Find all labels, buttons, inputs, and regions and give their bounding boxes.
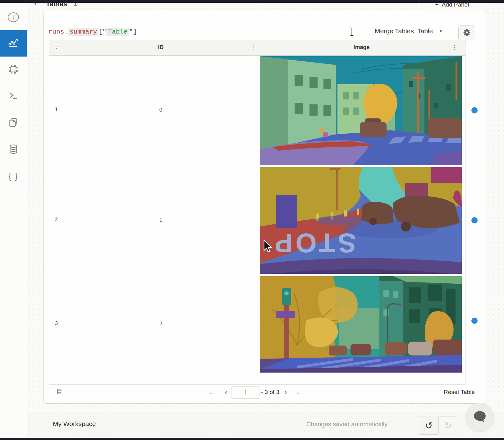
cell-segmentation-image[interactable]: [260, 276, 462, 373]
cell-segmentation-image[interactable]: STOP: [260, 167, 462, 274]
database-icon: [8, 144, 19, 156]
column-divider: [258, 40, 258, 384]
section-title: Tables: [46, 3, 67, 8]
row-height-icon: [57, 388, 62, 396]
run-color-dot: [471, 318, 478, 324]
query-key-token: Table: [106, 28, 129, 36]
row-height-button[interactable]: [55, 387, 64, 397]
column-divider: [64, 40, 64, 384]
query-runs-token: runs.: [48, 28, 68, 35]
query-quote-open: ": [103, 28, 107, 35]
wandb-workspace: ▾ Tables 1 + Add Panel i: [0, 0, 504, 440]
info-icon: i: [8, 12, 19, 22]
pagination-first-button[interactable]: ←: [208, 388, 217, 396]
column-menu-id[interactable]: ⋮: [250, 40, 258, 55]
redo-button[interactable]: ↻: [439, 416, 457, 434]
merge-tables-label: Merge Tables: Table: [375, 27, 433, 35]
panel-query-expression: runs. summary [ " Table " ]: [48, 27, 137, 37]
kebab-icon: ⋮: [452, 45, 458, 50]
undo-button[interactable]: ↺: [419, 416, 439, 435]
query-quote-close: ": [129, 28, 133, 35]
add-panel-button[interactable]: + Add Panel: [418, 3, 486, 9]
cell-id: 1: [64, 217, 258, 223]
column-menu-image[interactable]: ⋮: [451, 40, 459, 55]
chevron-down-icon: ▾: [440, 29, 442, 34]
sidebar-item-logs[interactable]: [0, 83, 27, 109]
filter-icon: [53, 44, 60, 51]
workspace-title[interactable]: My Workspace: [53, 420, 96, 428]
sidebar-item-panels[interactable]: [0, 30, 27, 57]
query-bracket-close: ]: [133, 28, 137, 35]
cell-segmentation-image[interactable]: [260, 56, 462, 165]
caret-down-icon[interactable]: ▾: [34, 3, 37, 6]
bottom-dark-strip: [0, 438, 504, 440]
chat-support-button[interactable]: [465, 403, 494, 432]
save-status-text: Changes saved automatically: [306, 421, 387, 430]
row-index: 1: [49, 107, 64, 112]
column-header-image[interactable]: Image: [258, 40, 465, 55]
pagination-page-input[interactable]: [231, 386, 259, 399]
sidebar-item-info[interactable]: i: [0, 4, 27, 30]
copy-icon: [8, 117, 19, 129]
chat-bubble-icon: [471, 408, 488, 426]
section-header-strip: ▾ Tables 1 + Add Panel: [0, 3, 504, 9]
query-summary-token: summary: [68, 28, 99, 36]
left-sidebar: i { }: [0, 3, 27, 438]
sidebar-item-artifacts[interactable]: [0, 136, 27, 163]
table-border-right: [465, 40, 466, 384]
status-bar-divider: [0, 411, 504, 411]
row-index: 3: [49, 321, 64, 326]
add-panel-label: Add Panel: [442, 3, 469, 8]
terminal-icon: [8, 90, 19, 103]
panel-settings-button[interactable]: [458, 25, 475, 40]
row-divider: [49, 275, 465, 275]
kebab-icon: ⋮: [251, 45, 257, 50]
pagination-range-label: - 3 of 3: [261, 389, 279, 396]
table-footer-divider: [49, 384, 465, 385]
sidebar-item-system[interactable]: [0, 57, 27, 83]
row-index: 2: [49, 217, 64, 222]
column-header-id[interactable]: ID: [64, 40, 258, 55]
mouse-cursor: [263, 240, 272, 255]
run-color-dot: [471, 217, 478, 223]
pagination-last-button[interactable]: →: [292, 388, 301, 396]
cell-id: 2: [64, 321, 258, 327]
workspace-menu-button[interactable]: ⋮: [91, 420, 97, 428]
gear-icon: [463, 28, 471, 38]
cell-id: 0: [64, 107, 258, 113]
panel-count-badge: 1: [74, 3, 77, 7]
text-cursor-icon: [350, 27, 354, 38]
chip-icon: [8, 64, 19, 76]
line-chart-icon: [8, 37, 19, 50]
plus-icon: +: [435, 3, 439, 8]
reset-table-button[interactable]: Reset Table: [444, 389, 475, 396]
run-color-dot: [471, 107, 478, 113]
sidebar-item-config[interactable]: { }: [0, 163, 27, 190]
merge-tables-dropdown[interactable]: Merge Tables: Table ▾: [375, 27, 442, 35]
braces-icon: { }: [8, 172, 18, 181]
pagination-next-button[interactable]: ›: [281, 388, 290, 396]
row-divider: [49, 166, 465, 166]
table-border-left: [49, 40, 49, 384]
sidebar-item-files[interactable]: [0, 110, 27, 136]
filter-button[interactable]: [49, 40, 64, 55]
pagination-prev-button[interactable]: ‹: [221, 388, 231, 396]
top-dark-strip: [0, 0, 504, 3]
svg-text:STOP: STOP: [272, 228, 356, 258]
query-bracket-open: [: [99, 28, 103, 35]
